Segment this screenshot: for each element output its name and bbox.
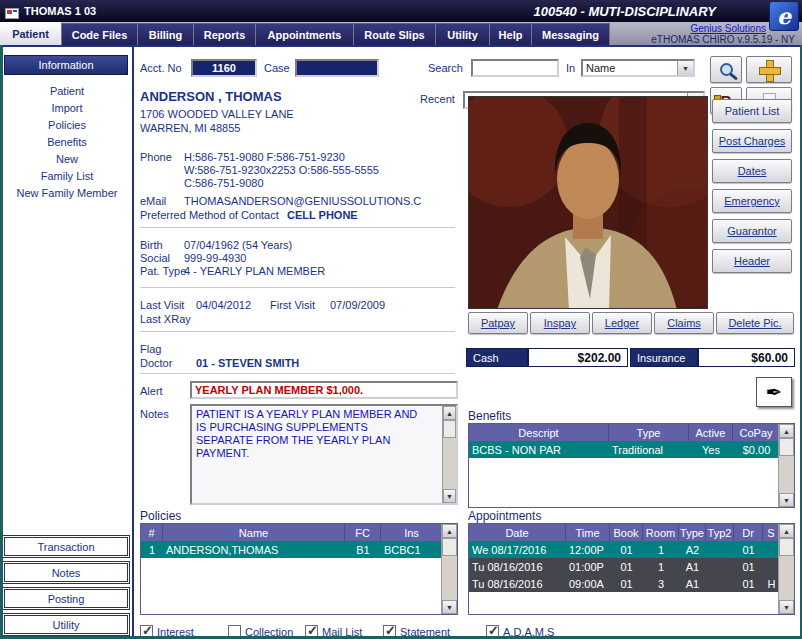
benefits-scrollbar[interactable]: ▲ ▼ [778, 424, 794, 507]
app-window: THOMAS 1 03 100540 - MUTI-DISCIPLINARY e… [0, 0, 802, 639]
appt-col-date[interactable]: Date [469, 524, 566, 541]
policies-header-row: # Name FC Ins [141, 524, 457, 541]
tab-help[interactable]: Help [490, 23, 532, 45]
tab-code-files[interactable]: Code Files [62, 23, 138, 45]
scroll-up-icon[interactable]: ▲ [443, 406, 456, 420]
appt-col-dr[interactable]: Dr [734, 524, 763, 541]
emergency-button[interactable]: Emergency [712, 189, 792, 213]
acct-no-input[interactable] [191, 59, 257, 77]
benefits-col-copay[interactable]: CoPay [733, 424, 780, 441]
appt-col-book[interactable]: Book [610, 524, 643, 541]
header-button[interactable]: Header [712, 249, 792, 273]
benefits-col-descript[interactable]: Descript [469, 424, 609, 441]
sidebar-button-utility[interactable]: Utility [4, 615, 128, 634]
sidebar-item-new[interactable]: New [0, 153, 134, 165]
scroll-thumb[interactable] [443, 420, 456, 438]
sidebar-item-import[interactable]: Import [0, 102, 134, 114]
tab-messaging[interactable]: Messaging [532, 23, 610, 45]
tab-route-slips[interactable]: Route Slips [354, 23, 436, 45]
inspay-button[interactable]: Inspay [530, 312, 590, 334]
sidebar-item-information[interactable]: Information [4, 55, 128, 75]
notes-text: PATIENT IS A YEARLY PLAN MEMBER AND IS P… [196, 408, 426, 460]
delete-pic-button[interactable]: Delete Pic. [716, 312, 794, 334]
version-text: eTHOMAS CHIRO v.9.5.19 - NY [651, 34, 795, 45]
genius-solutions-link[interactable]: Genius Solutions [690, 23, 766, 34]
dates-button[interactable]: Dates [712, 159, 792, 183]
policies-col-fc[interactable]: FC [345, 524, 381, 541]
signature-pen-button[interactable]: ✒ [756, 377, 792, 407]
patient-list-button[interactable]: Patient List [712, 99, 792, 123]
tab-utility[interactable]: Utility [436, 23, 490, 45]
appt-col-room[interactable]: Room [643, 524, 679, 541]
sidebar-item-family-list[interactable]: Family List [0, 170, 134, 182]
appt-col-type[interactable]: Type [679, 524, 706, 541]
scroll-down-icon[interactable]: ▼ [443, 489, 456, 503]
guarantor-button[interactable]: Guarantor [712, 219, 792, 243]
sidebar-item-policies[interactable]: Policies [0, 119, 134, 131]
divider [140, 227, 455, 228]
divider [140, 373, 455, 374]
add-patient-button[interactable] [746, 56, 792, 83]
flag-label: Flag [140, 343, 161, 355]
benefits-col-type[interactable]: Type [609, 424, 689, 441]
appt-col-typ2[interactable]: Typ2 [706, 524, 734, 541]
ledger-button[interactable]: Ledger [592, 312, 652, 334]
notes-scrollbar[interactable]: ▲ ▼ [442, 406, 456, 503]
appointment-row[interactable]: Tu 08/16/2016 09:00A 01 3 A1 01 H [469, 575, 794, 592]
scroll-down-icon[interactable]: ▼ [779, 493, 794, 507]
policies-col-num[interactable]: # [141, 524, 163, 541]
benefits-row[interactable]: BCBS - NON PAR Traditional Yes $0.00 [469, 441, 794, 458]
patpay-button[interactable]: Patpay [468, 312, 528, 334]
sidebar-item-benefits[interactable]: Benefits [0, 136, 134, 148]
sidebar-button-transaction[interactable]: Transaction [4, 537, 128, 556]
case-label: Case [264, 62, 290, 74]
policies-col-name[interactable]: Name [163, 524, 345, 541]
phone-line1: H:586-751-9080 F:586-751-9230 [184, 151, 345, 163]
chevron-down-icon[interactable]: ▼ [677, 61, 693, 75]
claims-button[interactable]: Claims [654, 312, 714, 334]
appointment-row[interactable]: We 08/17/2016 12:00P 01 1 A2 01 [469, 541, 794, 558]
first-visit-value: 07/09/2009 [330, 299, 385, 311]
policies-row[interactable]: 1 ANDERSON,THOMAS B1 BCBC1 [141, 541, 457, 558]
benefits-col-active[interactable]: Active [689, 424, 733, 441]
scroll-thumb[interactable] [779, 538, 794, 556]
address-line1: 1706 WOODED VALLEY LANE [140, 108, 294, 120]
policies-scrollbar[interactable]: ▲ ▼ [441, 524, 457, 614]
tab-billing[interactable]: Billing [138, 23, 194, 45]
benefits-title: Benefits [468, 409, 511, 423]
search-button[interactable] [710, 56, 742, 83]
alert-input[interactable] [190, 381, 458, 399]
doctor-label: Doctor [140, 357, 172, 369]
birth-value: 07/04/1962 (54 Years) [184, 239, 292, 251]
last-visit-value: 04/04/2012 [196, 299, 251, 311]
doctor-value: 01 - STEVEN SMITH [196, 357, 299, 369]
notes-box[interactable]: PATIENT IS A YEARLY PLAN MEMBER AND IS P… [190, 404, 458, 505]
sidebar-button-notes[interactable]: Notes [4, 563, 128, 582]
appt-col-time[interactable]: Time [566, 524, 610, 541]
policies-col-ins[interactable]: Ins [381, 524, 443, 541]
scroll-thumb[interactable] [442, 538, 457, 556]
tab-appointments[interactable]: Appointments [256, 23, 354, 45]
case-input[interactable] [295, 59, 379, 77]
plus-icon [759, 60, 779, 80]
scroll-up-icon[interactable]: ▲ [442, 524, 457, 538]
divider [140, 331, 455, 332]
search-in-combo[interactable]: Name ▼ [581, 59, 695, 77]
appointment-row[interactable]: Tu 08/16/2016 01:00P 01 1 A1 01 [469, 558, 794, 575]
scroll-up-icon[interactable]: ▲ [779, 524, 794, 538]
tab-patient[interactable]: Patient [0, 22, 62, 45]
sidebar-button-posting[interactable]: Posting [4, 589, 128, 608]
sidebar-item-new-family-member[interactable]: New Family Member [0, 187, 134, 199]
search-in-label: In [566, 62, 575, 74]
sidebar-item-patient[interactable]: Patient [0, 85, 134, 97]
scroll-down-icon[interactable]: ▼ [442, 600, 457, 614]
scroll-thumb[interactable] [779, 438, 794, 456]
scroll-up-icon[interactable]: ▲ [779, 424, 794, 438]
scroll-down-icon[interactable]: ▼ [779, 600, 794, 614]
post-charges-button[interactable]: Post Charges [712, 129, 792, 153]
last-xray-label: Last XRay [140, 313, 191, 325]
cash-label: Cash [466, 348, 528, 367]
tab-reports[interactable]: Reports [194, 23, 256, 45]
appointments-scrollbar[interactable]: ▲ ▼ [778, 524, 794, 614]
search-input[interactable] [471, 59, 559, 77]
